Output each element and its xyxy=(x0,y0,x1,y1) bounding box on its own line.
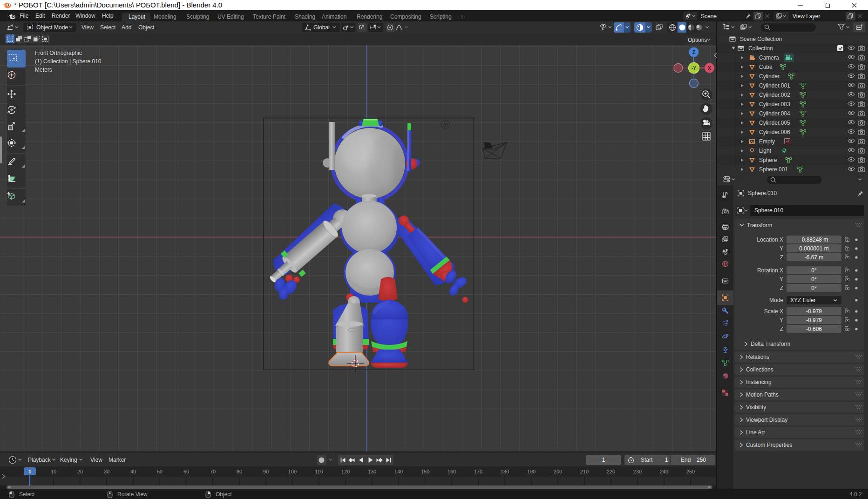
svg-text:Z: Z xyxy=(692,49,696,55)
svg-text:-Y: -Y xyxy=(692,66,696,71)
svg-text:X: X xyxy=(708,65,712,71)
